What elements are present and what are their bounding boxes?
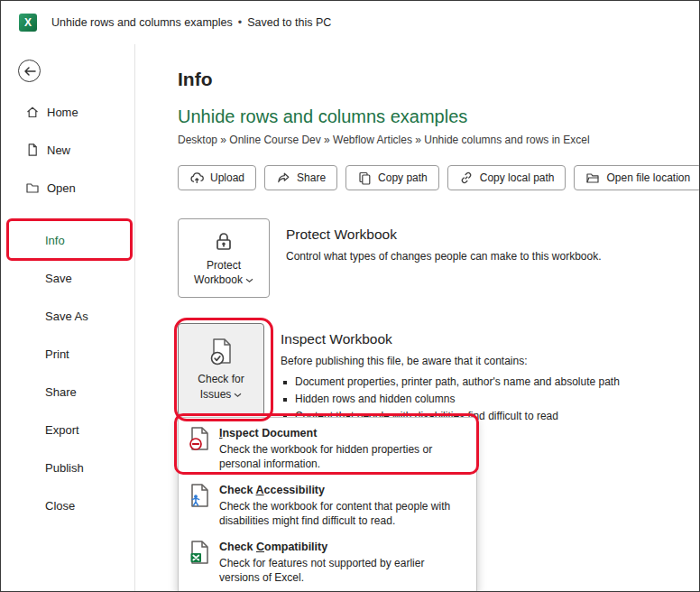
sidebar-item-save[interactable]: Save <box>1 259 134 297</box>
menu-item-text: Check Accessibility Check the workbook f… <box>219 483 465 528</box>
check-accessibility-icon <box>188 483 211 508</box>
check-for-issues-button[interactable]: Check for Issues <box>178 323 264 416</box>
bullet-text: Hidden rows and hidden columns <box>295 391 455 408</box>
menu-item-text: Inspect Document Check the workbook for … <box>219 426 465 471</box>
back-arrow-icon <box>23 66 36 77</box>
page-title: Info <box>178 68 699 91</box>
copy-path-button-label: Copy path <box>378 171 428 184</box>
backstage-sidebar: Home New Open Info Save Save As Print <box>1 44 135 591</box>
copy-path-button[interactable]: Copy path <box>345 165 439 190</box>
document-action-bar: Upload Share Copy path Copy local path O… <box>178 165 699 190</box>
menu-item-inspect-document[interactable]: Inspect Document Check the workbook for … <box>179 420 476 476</box>
sidebar-item-save-as[interactable]: Save As <box>1 297 134 335</box>
copy-local-path-button[interactable]: Copy local path <box>447 165 566 190</box>
upload-button-label: Upload <box>210 171 244 184</box>
chevron-down-icon <box>245 273 253 286</box>
share-button-label: Share <box>297 171 326 184</box>
sidebar-item-label: Save As <box>45 310 88 323</box>
protect-workbook-section: Protect Workbook Protect Workbook Contro… <box>178 218 699 298</box>
protect-workbook-button[interactable]: Protect Workbook <box>178 218 270 298</box>
square-bullet-icon <box>283 398 287 402</box>
sidebar-item-close[interactable]: Close <box>1 486 134 524</box>
sidebar-item-label: Home <box>47 106 78 119</box>
inspect-workbook-text: Inspect Workbook Before publishing this … <box>281 323 620 425</box>
excel-backstage-window: X Unhide rows and columns examples•Saved… <box>0 0 700 592</box>
check-for-issues-icon <box>207 338 235 366</box>
inspect-workbook-heading: Inspect Workbook <box>281 330 620 348</box>
lock-icon <box>212 229 235 253</box>
bullet-item: Hidden rows and hidden columns <box>281 391 620 408</box>
menu-item-text: Check Compatibility Check for features n… <box>219 540 465 585</box>
protect-workbook-button-label: Protect Workbook <box>194 259 243 286</box>
menu-item-check-accessibility[interactable]: Check Accessibility Check the workbook f… <box>179 476 476 533</box>
sidebar-item-publish[interactable]: Publish <box>1 449 134 486</box>
open-folder-icon <box>25 180 40 195</box>
back-button[interactable] <box>18 60 41 82</box>
sidebar-gap <box>1 207 134 221</box>
document-title: Unhide rows and columns examples <box>178 106 699 128</box>
titlebar-separator: • <box>238 16 242 29</box>
menu-item-title: Inspect Document <box>219 426 465 440</box>
sidebar-item-export[interactable]: Export <box>1 411 134 449</box>
sidebar-item-new[interactable]: New <box>1 131 134 169</box>
sidebar-item-open[interactable]: Open <box>1 169 134 207</box>
sidebar-item-label: Publish <box>45 461 84 475</box>
protect-workbook-description: Control what types of changes people can… <box>286 250 602 264</box>
menu-item-description: Check the workbook for hidden properties… <box>219 442 465 471</box>
sidebar-item-home[interactable]: Home <box>1 93 134 131</box>
check-compatibility-icon <box>188 540 211 565</box>
new-document-icon <box>25 143 40 157</box>
folder-icon <box>585 171 600 185</box>
home-icon <box>25 105 40 119</box>
bullet-text: Document properties, printer path, autho… <box>295 374 620 391</box>
titlebar-save-status: Saved to this PC <box>247 16 331 29</box>
inspect-workbook-description: Before publishing this file, be aware th… <box>281 355 620 368</box>
menu-item-description: Check the workbook for content that peop… <box>219 499 465 528</box>
open-file-location-button[interactable]: Open file location <box>574 165 700 190</box>
sidebar-item-label: Export <box>45 423 79 437</box>
menu-item-title: Check Accessibility <box>219 483 465 497</box>
share-button[interactable]: Share <box>264 165 337 190</box>
link-icon <box>459 171 474 185</box>
chevron-down-icon <box>234 388 242 401</box>
protect-workbook-text: Protect Workbook Control what types of c… <box>286 218 602 264</box>
copy-path-icon <box>357 171 372 185</box>
sidebar-item-label: Info <box>45 234 65 247</box>
sidebar-item-info[interactable]: Info <box>1 221 134 259</box>
open-file-location-button-label: Open file location <box>606 171 690 184</box>
menu-item-check-compatibility[interactable]: Check Compatibility Check for features n… <box>179 533 476 590</box>
breadcrumb: Desktop » Online Course Dev » Webflow Ar… <box>178 134 699 147</box>
copy-local-path-button-label: Copy local path <box>480 171 555 184</box>
inspect-workbook-section: Check for Issues Inspect Workbook Before… <box>178 323 699 425</box>
titlebar: X Unhide rows and columns examples•Saved… <box>1 1 699 44</box>
protect-workbook-heading: Protect Workbook <box>286 226 602 244</box>
excel-app-letter: X <box>24 16 32 29</box>
sidebar-item-label: New <box>47 143 70 157</box>
sidebar-item-label: Print <box>45 347 69 361</box>
check-for-issues-menu: Inspect Document Check the workbook for … <box>178 417 477 592</box>
upload-button[interactable]: Upload <box>178 165 256 190</box>
menu-item-description: Check for features not supported by earl… <box>219 556 465 585</box>
sidebar-item-print[interactable]: Print <box>1 335 134 373</box>
menu-item-title: Check Compatibility <box>219 540 465 554</box>
titlebar-text: Unhide rows and columns examples•Saved t… <box>51 16 331 29</box>
sidebar-item-label: Share <box>45 385 77 399</box>
square-bullet-icon <box>283 381 287 384</box>
sidebar-item-label: Open <box>47 181 76 195</box>
sidebar-nav: Home New Open Info Save Save As Print <box>1 93 134 524</box>
excel-app-icon: X <box>19 14 37 32</box>
share-arrow-icon <box>276 171 290 185</box>
upload-cloud-icon <box>189 171 204 185</box>
inspect-document-icon <box>188 426 211 451</box>
sidebar-item-share[interactable]: Share <box>1 373 134 411</box>
sidebar-item-label: Close <box>45 499 75 513</box>
sidebar-item-label: Save <box>45 272 72 285</box>
titlebar-document-title: Unhide rows and columns examples <box>51 16 233 29</box>
bullet-item: Document properties, printer path, autho… <box>281 374 620 391</box>
